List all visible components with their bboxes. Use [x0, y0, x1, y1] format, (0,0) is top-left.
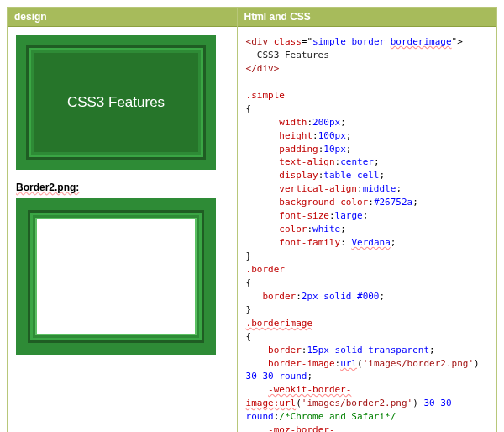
feature-box-text: CSS3 Features	[67, 94, 165, 111]
code-column: Html and CSS <div class="simple border b…	[238, 8, 496, 432]
border-image-frame	[16, 198, 216, 355]
design-body: CSS3 Features Border2.png:	[8, 27, 237, 432]
css3-feature-box: CSS3 Features	[16, 35, 216, 170]
two-column-table: design CSS3 Features Border2.png: Html a…	[7, 7, 497, 432]
code-header: Html and CSS	[238, 8, 496, 27]
border-image-label: Border2.png:	[16, 182, 228, 193]
code-body: <div class="simple border borderimage"> …	[238, 27, 496, 432]
code-snippet: <div class="simple border borderimage"> …	[246, 35, 488, 432]
design-column: design CSS3 Features Border2.png:	[8, 8, 238, 432]
design-header: design	[8, 8, 237, 27]
